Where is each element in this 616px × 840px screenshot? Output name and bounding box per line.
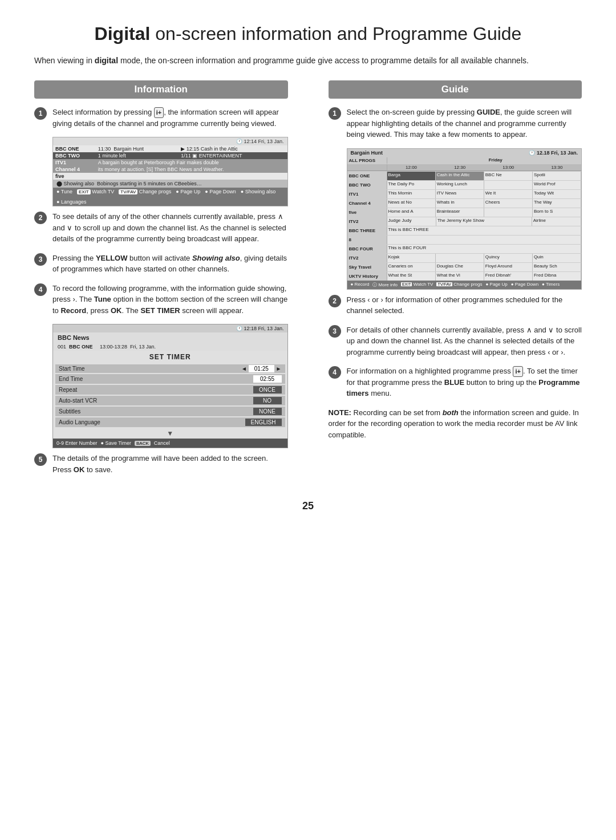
guide-channel-row: BBC TWO The Daily Po Working Lunch World… (347, 180, 582, 189)
table-row: BBC TWO 1 minute left 1/11 ▣ ENTERTAINME… (53, 152, 287, 159)
information-column: Information 1 Select information by pres… (34, 80, 288, 483)
repeat-row: Repeat ONCE (55, 385, 285, 395)
step-4-text: To record the following programme, with … (52, 283, 288, 316)
guide-header: Guide (329, 80, 582, 99)
guide-column: Guide 1 Select the on-screen guide by pr… (329, 80, 582, 440)
title-rest: on-screen information and Programme Guid… (150, 23, 521, 44)
information-header: Information (34, 80, 288, 99)
info-step-2: 2 To see details of any of the other cha… (34, 211, 288, 245)
showing-also-bar: ⬤ Showing also Bobinogs starting in 5 mi… (53, 180, 287, 188)
step-number-3: 3 (34, 253, 47, 266)
step-number-2: 2 (34, 212, 47, 224)
end-time-row: End Time 02:55 (55, 374, 285, 384)
auto-start-row: Auto-start VCR NO (55, 396, 285, 405)
guide-step-3-text: For details of other channels currently … (347, 324, 582, 358)
set-timer-screen-mockup: 🕐 12:18 Fri, 13 Jan. BBC News 001 BBC ON… (52, 324, 288, 448)
intro-paragraph: When viewing in digital mode, the on-scr… (34, 55, 582, 67)
time-slot-labels: 12:00 12:30 13:00 13:30 (387, 164, 582, 171)
subtitles-row: Subtitles NONE (55, 407, 285, 416)
set-timer-footer: 0-9 Enter Number ● Save Timer BACK Cance… (53, 439, 287, 448)
tvfav-key-guide: TV/FAV (436, 282, 452, 286)
guide-step-3: 3 For details of other channels currentl… (329, 324, 582, 358)
guide-channel-row: five Home and A Brainteaser Born to S (347, 208, 582, 217)
page-number: 25 (34, 500, 582, 512)
info-screen-mockup: 🕐 12:14 Fri, 13 Jan. BBC ONE 11:30 Barga… (52, 137, 288, 206)
guide-channel-row: UKTV History What the St What the Vi Fre… (347, 271, 582, 281)
note-text: NOTE: Recording can be set from both the… (329, 407, 582, 441)
start-time-value: 01:25 (249, 365, 274, 372)
guide-channel-row: ITV2 Kojak Quincy Quin (347, 253, 582, 262)
i-plus-key: i+ (154, 107, 164, 118)
set-timer-info: 001 BBC ONE 13:00-13:28 Fri, 13 Jan. (53, 343, 287, 351)
info-step-4: 4 To record the following programme, wit… (34, 283, 288, 316)
guide-step-number-2: 2 (329, 295, 341, 307)
guide-channel-row: ITV2 Judge Judy The Jeremy Kyle Show Air… (347, 217, 582, 226)
screen-footer: ● Tune EXIT Watch TV TV/FAV Change progs… (53, 188, 287, 206)
guide-step-number-4: 4 (329, 366, 341, 379)
info-step-1: 1 Select information by pressing i+, the… (34, 107, 288, 129)
tvfav-key: TV/FAV (119, 189, 137, 194)
guide-step-number-3: 3 (329, 325, 341, 338)
auto-start-value: NO (253, 397, 282, 404)
guide-step-2-text: Press ‹ or › for information of other pr… (347, 294, 582, 316)
guide-channel-row: BBC ONE Barga Cash in the Attic BBC Ne S… (347, 171, 582, 180)
step-number-1: 1 (34, 107, 47, 120)
step-1-text: Select information by pressing i+, the i… (52, 107, 288, 129)
subtitles-value: NONE (253, 408, 282, 415)
guide-step-number-1: 1 (329, 107, 341, 120)
step-3-text: Pressing the YELLOW button will activate… (52, 253, 288, 275)
end-time-value: 02:55 (253, 375, 282, 383)
title-bold: Digital (95, 23, 151, 44)
guide-step-4-text: For information on a highlighted program… (347, 366, 582, 399)
set-timer-heading: SET TIMER (53, 351, 287, 363)
exit-key: EXIT (77, 189, 91, 194)
guide-step-1: 1 Select the on-screen guide by pressing… (329, 107, 582, 140)
table-row: BBC ONE 11:30 Bargain Hunt ▶ 12:15 Cash … (53, 145, 287, 152)
table-row: ITV1 A bargain bought at Peterborough Fa… (53, 159, 287, 166)
guide-channel-row: ITV1 This Mornin ITV News We It Today Wi… (347, 189, 582, 198)
guide-title: Bargain Hunt (351, 150, 383, 156)
guide-channel-row: BBC THREE This is BBC THREE (347, 226, 582, 235)
guide-footer: ● Record ⓘ More info EXIT Watch TV TV/FA… (347, 281, 582, 289)
time-header-row: 12:00 12:30 13:00 13:30 (347, 164, 582, 171)
table-row: five (53, 173, 287, 180)
guide-channel-row: 8 (347, 235, 582, 244)
guide-day-row: ALL PROGS Friday (347, 157, 582, 164)
info-step-5: 5 The details of the programme will have… (34, 453, 288, 475)
scroll-arrow: ▼ (53, 428, 287, 439)
guide-step-1-text: Select the on-screen guide by pressing G… (347, 107, 582, 140)
channel-table: BBC ONE 11:30 Bargain Hunt ▶ 12:15 Cash … (53, 145, 287, 180)
step-5-text: The details of the programme will have b… (52, 453, 288, 475)
guide-channel-row: BBC FOUR This is BBC FOUR (347, 244, 582, 253)
step-number-4: 4 (34, 283, 47, 296)
i-plus-key-guide: i+ (513, 366, 522, 377)
repeat-value: ONCE (253, 386, 282, 393)
guide-step-2: 2 Press ‹ or › for information of other … (329, 294, 582, 316)
page-title: Digital on-screen information and Progra… (34, 23, 582, 44)
time-slots: Friday (387, 157, 582, 164)
back-key: BACK (135, 441, 151, 446)
screen-time: 🕐 12:14 Fri, 13 Jan. (53, 137, 287, 145)
info-step-3: 3 Pressing the YELLOW button will activa… (34, 253, 288, 275)
step-2-text: To see details of any of the other chann… (52, 211, 288, 245)
guide-channel-row: Sky Travel Canaries on Douglas Che Floyd… (347, 262, 582, 271)
guide-time: 🕐 12.18 Fri, 13 Jan. (529, 150, 578, 156)
set-timer-channel: BBC News (53, 332, 287, 343)
guide-step-4: 4 For information on a highlighted progr… (329, 366, 582, 399)
set-timer-time: 🕐 12:18 Fri, 13 Jan. (53, 324, 287, 332)
clock-icon: 🕐 (236, 139, 242, 144)
table-row: Channel 4 its money at auction. [S] Then… (53, 166, 287, 173)
main-content: Information 1 Select information by pres… (34, 80, 582, 483)
start-time-row: Start Time ◄ 01:25 ► (55, 364, 285, 373)
guide-top-bar: Bargain Hunt 🕐 12.18 Fri, 13 Jan. (347, 149, 582, 157)
audio-language-row: Audio Language ENGLISH (55, 417, 285, 427)
guide-channel-row: Channel 4 News at No Whats in Cheers The… (347, 198, 582, 208)
step-number-5: 5 (34, 453, 47, 466)
audio-language-value: ENGLISH (245, 419, 282, 426)
all-progs-label: ALL PROGS (347, 157, 387, 164)
exit-key-guide: EXIT (401, 282, 412, 286)
guide-screen-mockup: Bargain Hunt 🕐 12.18 Fri, 13 Jan. ALL PR… (347, 148, 582, 290)
